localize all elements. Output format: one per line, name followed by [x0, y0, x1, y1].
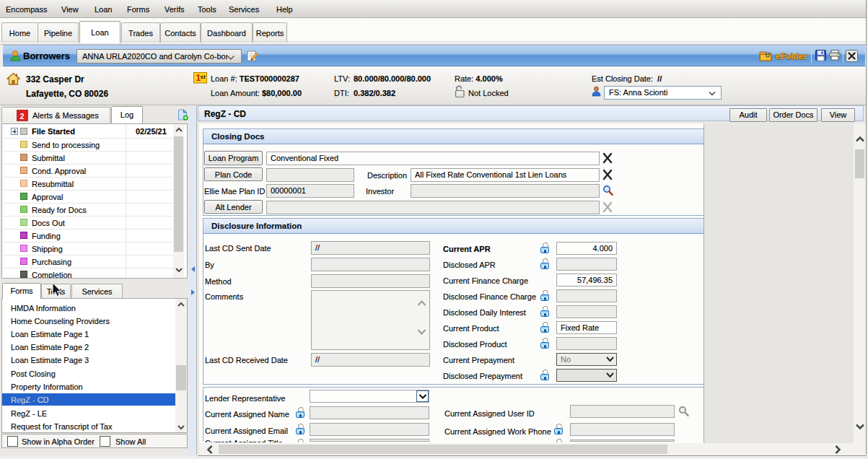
svg-text:2: 2 [20, 112, 25, 121]
svg-text:st: st [201, 74, 206, 80]
